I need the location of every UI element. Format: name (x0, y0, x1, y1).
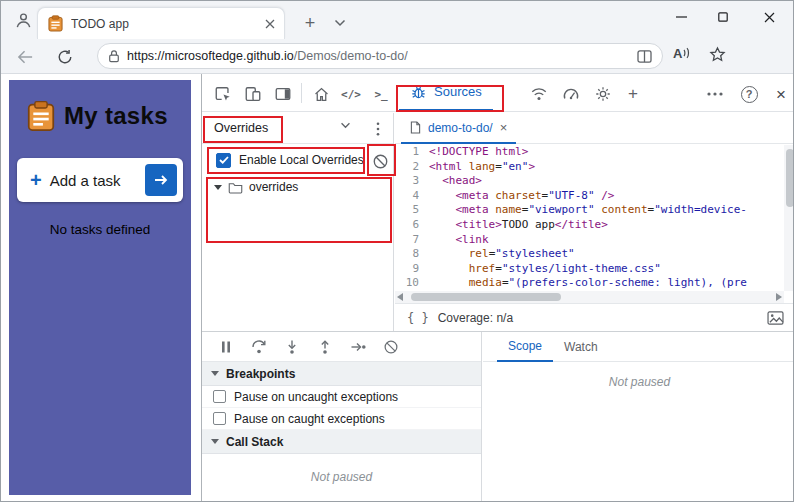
dock-side-icon[interactable] (270, 81, 296, 107)
horizontal-scroll-thumb[interactable] (411, 293, 561, 301)
pane-selector[interactable]: Overrides (202, 113, 393, 144)
window-close-button[interactable] (745, 1, 794, 33)
line-number[interactable]: 10 (395, 276, 429, 291)
code-line[interactable]: 2<html lang="en"> (395, 160, 784, 175)
back-button[interactable] (13, 45, 37, 69)
browser-toolbar: https://microsoftedge.github.io/Demos/de… (1, 39, 793, 74)
scroll-left-icon[interactable] (397, 293, 403, 301)
tab-watch[interactable]: Watch (553, 332, 609, 362)
tab-scope[interactable]: Scope (497, 332, 553, 362)
line-number[interactable]: 4 (395, 189, 429, 204)
step-into-icon[interactable] (282, 337, 302, 357)
empty-tasks-message: No tasks defined (9, 222, 191, 237)
lock-icon (108, 49, 120, 63)
help-icon[interactable]: ? (736, 81, 762, 107)
more-tools-plus-icon[interactable]: + (620, 81, 646, 107)
step-over-icon[interactable] (249, 337, 269, 357)
section-triangle-icon (211, 439, 219, 444)
help-glyph: ? (741, 86, 758, 103)
code-line[interactable]: 5 <meta name="viewport" content="width=d… (395, 203, 784, 218)
enable-overrides-checkbox[interactable] (216, 153, 231, 168)
pause-uncaught-row[interactable]: Pause on uncaught exceptions (202, 386, 481, 408)
deactivate-breakpoints-icon[interactable] (381, 337, 401, 357)
file-tab-close-icon[interactable]: × (500, 121, 508, 134)
read-aloud-button[interactable]: A (673, 46, 690, 61)
code-lines: 1<!DOCTYPE html>2<html lang="en">3 <head… (395, 145, 784, 291)
more-options-kebab-icon[interactable] (368, 120, 388, 138)
image-icon[interactable] (767, 311, 784, 325)
chevron-down-icon[interactable] (340, 122, 351, 129)
plus-icon: + (30, 170, 42, 190)
code-text: <meta charset="UTF-8" /> (429, 189, 614, 204)
performance-icon[interactable] (558, 81, 584, 107)
pause-uncaught-checkbox[interactable] (213, 390, 226, 403)
breakpoints-section-header[interactable]: Breakpoints (202, 362, 481, 386)
elements-tool-icon[interactable]: </> (338, 81, 364, 107)
code-line[interactable]: 1<!DOCTYPE html> (395, 145, 784, 160)
close-devtools-icon[interactable]: × (768, 81, 794, 107)
horizontal-scrollbar[interactable] (395, 291, 784, 303)
tab-close-icon[interactable] (264, 18, 276, 30)
split-screen-icon[interactable] (637, 50, 652, 63)
favorites-star-icon[interactable] (709, 46, 726, 63)
window-maximize-button[interactable] (703, 1, 743, 33)
line-number[interactable]: 5 (395, 203, 429, 218)
pause-caught-checkbox[interactable] (213, 412, 226, 425)
address-bar[interactable]: https://microsoftedge.github.io/Demos/de… (97, 43, 663, 69)
line-number[interactable]: 6 (395, 218, 429, 233)
code-text: rel="stylesheet" (429, 247, 575, 262)
settings-gear-icon[interactable] (590, 81, 616, 107)
line-number[interactable]: 2 (395, 160, 429, 175)
callstack-title: Call Stack (226, 435, 283, 449)
code-line[interactable]: 4 <meta charset="UTF-8" /> (395, 189, 784, 204)
line-number[interactable]: 1 (395, 145, 429, 160)
code-line[interactable]: 7 <link (395, 233, 784, 248)
pretty-print-icon[interactable]: { } (407, 311, 429, 325)
browser-tab[interactable]: TODO app (37, 7, 285, 39)
scroll-right-icon[interactable] (776, 293, 782, 301)
source-editor: demo-to-do/ × 1<!DOCTYPE html>2<html lan… (395, 113, 794, 331)
url-path: /Demos/demo-to-do/ (294, 49, 408, 63)
window-minimize-button[interactable] (661, 1, 701, 33)
vertical-scroll-thumb[interactable] (786, 149, 794, 207)
tasks-panel: My tasks + Add a task No tasks defined (9, 80, 191, 495)
pause-caught-row[interactable]: Pause on caught exceptions (202, 408, 481, 430)
vertical-scrollbar[interactable] (784, 145, 794, 291)
console-tool-icon[interactable]: >_ (368, 81, 394, 107)
disclosure-triangle-icon[interactable] (214, 185, 222, 190)
add-task-submit-button[interactable] (145, 164, 177, 196)
step-icon[interactable] (348, 337, 368, 357)
line-number[interactable]: 8 (395, 247, 429, 262)
step-out-icon[interactable] (315, 337, 335, 357)
file-tab-demo-to-do[interactable]: demo-to-do/ × (401, 113, 516, 144)
line-number[interactable]: 3 (395, 174, 429, 189)
line-number[interactable]: 7 (395, 233, 429, 248)
refresh-button[interactable] (53, 45, 77, 69)
new-tab-button[interactable]: + (297, 10, 323, 36)
more-menu-icon[interactable] (702, 81, 728, 107)
callstack-section-header[interactable]: Call Stack (202, 430, 481, 454)
code-line[interactable]: 8 rel="stylesheet" (395, 247, 784, 262)
close-glyph: × (776, 86, 786, 103)
inspect-element-icon[interactable] (210, 81, 236, 107)
url-host: https://microsoftedge.github.io (127, 49, 294, 63)
tab-sources[interactable]: Sources (399, 74, 493, 111)
code-line[interactable]: 9 href="styles/light-theme.css" (395, 262, 784, 277)
clear-overrides-icon[interactable] (369, 150, 391, 172)
add-task-button[interactable]: + Add a task (17, 158, 183, 202)
network-conditions-icon[interactable] (526, 81, 552, 107)
welcome-home-icon[interactable] (308, 81, 334, 107)
code-line[interactable]: 10 media="(prefers-color-scheme: light),… (395, 276, 784, 291)
overrides-folder-row[interactable]: overrides (202, 176, 393, 198)
debugger-right-pane: Scope Watch Not paused (483, 332, 794, 502)
code-text: <!DOCTYPE html> (429, 145, 528, 160)
sources-label: Sources (434, 84, 482, 99)
device-emulation-icon[interactable] (240, 81, 266, 107)
profile-button[interactable] (11, 8, 35, 32)
tab-list-chevron-icon[interactable] (329, 12, 351, 34)
scope-not-paused: Not paused (483, 375, 794, 389)
pause-icon[interactable] (216, 337, 236, 357)
line-number[interactable]: 9 (395, 262, 429, 277)
code-line[interactable]: 6 <title>TODO app</title> (395, 218, 784, 233)
code-line[interactable]: 3 <head> (395, 174, 784, 189)
